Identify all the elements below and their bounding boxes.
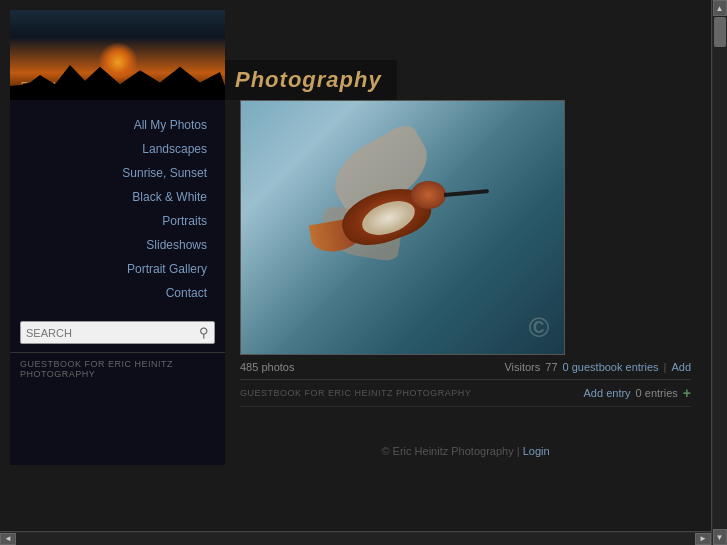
watermark: © — [528, 312, 549, 344]
black-white-link[interactable]: Black & White — [132, 190, 207, 204]
sidebar-item-contact[interactable]: Contact — [10, 281, 225, 305]
slideshows-link[interactable]: Slideshows — [146, 238, 207, 252]
scroll-right-arrow[interactable]: ► — [695, 533, 711, 545]
plus-icon[interactable]: + — [683, 385, 691, 401]
guestbook-sidebar-label: GUESTBOOK FOR ERIC HEINITZ PHOTOGRAPHY — [10, 352, 225, 385]
guestbook-entries-link[interactable]: 0 guestbook entries — [563, 361, 659, 373]
sidebar-item-portrait-gallery[interactable]: Portrait Gallery — [10, 257, 225, 281]
search-input[interactable] — [26, 327, 199, 339]
content-area: All My Photos Landscapes Sunrise, Sunset… — [10, 100, 691, 465]
search-container: ⚲ — [10, 313, 225, 352]
scroll-left-arrow[interactable]: ◄ — [0, 533, 16, 545]
footer-copyright: © Eric Heinitz Photography — [381, 445, 513, 457]
sidebar-nav: All My Photos Landscapes Sunrise, Sunset… — [10, 105, 225, 313]
footer: © Eric Heinitz Photography | Login — [240, 437, 691, 465]
search-icon: ⚲ — [199, 325, 209, 340]
contact-link[interactable]: Contact — [166, 286, 207, 300]
entries-badge: 0 entries — [636, 387, 678, 399]
sidebar-item-landscapes[interactable]: Landscapes — [10, 137, 225, 161]
visitors-section: Visitors 77 0 guestbook entries | Add — [504, 361, 691, 373]
scroll-up-arrow[interactable]: ▲ — [713, 0, 727, 16]
bird-head — [411, 181, 446, 209]
logo-image: Eric Heinitz — [10, 10, 225, 100]
sidebar-item-sunrise-sunset[interactable]: Sunrise, Sunset — [10, 161, 225, 185]
add-entry-link[interactable]: Add entry — [584, 387, 631, 399]
guestbook-bar-label: GUESTBOOK FOR ERIC HEINITZ PHOTOGRAPHY — [240, 388, 471, 398]
visitor-count: 77 — [545, 361, 557, 373]
photo-stats-bar: 485 photos Visitors 77 0 guestbook entri… — [240, 355, 691, 380]
sidebar-item-slideshows[interactable]: Slideshows — [10, 233, 225, 257]
add-guestbook-link[interactable]: Add — [671, 361, 691, 373]
sidebar: All My Photos Landscapes Sunrise, Sunset… — [10, 100, 225, 465]
portrait-gallery-link[interactable]: Portrait Gallery — [127, 262, 207, 276]
scroll-down-arrow[interactable]: ▼ — [713, 529, 727, 545]
horizontal-scrollbar: ◄ ► — [0, 531, 711, 545]
all-photos-link[interactable]: All My Photos — [134, 118, 207, 132]
search-button[interactable]: ⚲ — [199, 325, 209, 340]
sidebar-item-portraits[interactable]: Portraits — [10, 209, 225, 233]
portraits-link[interactable]: Portraits — [162, 214, 207, 228]
site-title: Photography — [225, 60, 397, 100]
hummingbird-image — [281, 131, 481, 311]
guestbook-bar: GUESTBOOK FOR ERIC HEINITZ PHOTOGRAPHY A… — [240, 380, 691, 407]
sunrise-sunset-link[interactable]: Sunrise, Sunset — [122, 166, 207, 180]
vertical-scrollbar: ▲ ▼ — [711, 0, 727, 545]
login-link[interactable]: Login — [523, 445, 550, 457]
separator: | — [664, 361, 667, 373]
scroll-thumb[interactable] — [714, 17, 726, 47]
search-wrapper: ⚲ — [20, 321, 215, 344]
h-scroll-track — [16, 533, 695, 545]
header: Eric Heinitz Photography — [10, 10, 691, 100]
sidebar-item-black-white[interactable]: Black & White — [10, 185, 225, 209]
photographer-name: Eric Heinitz — [20, 80, 100, 92]
main-content: © 485 photos Visitors 77 0 guestbook ent… — [225, 100, 691, 465]
photo-display: © — [240, 100, 565, 355]
photo-count: 485 photos — [240, 361, 294, 373]
sidebar-item-all-photos[interactable]: All My Photos — [10, 113, 225, 137]
scroll-track — [713, 16, 727, 529]
guestbook-actions: Add entry 0 entries + — [584, 385, 691, 401]
visitors-label: Visitors — [504, 361, 540, 373]
bird-beak — [444, 189, 489, 197]
landscapes-link[interactable]: Landscapes — [142, 142, 207, 156]
